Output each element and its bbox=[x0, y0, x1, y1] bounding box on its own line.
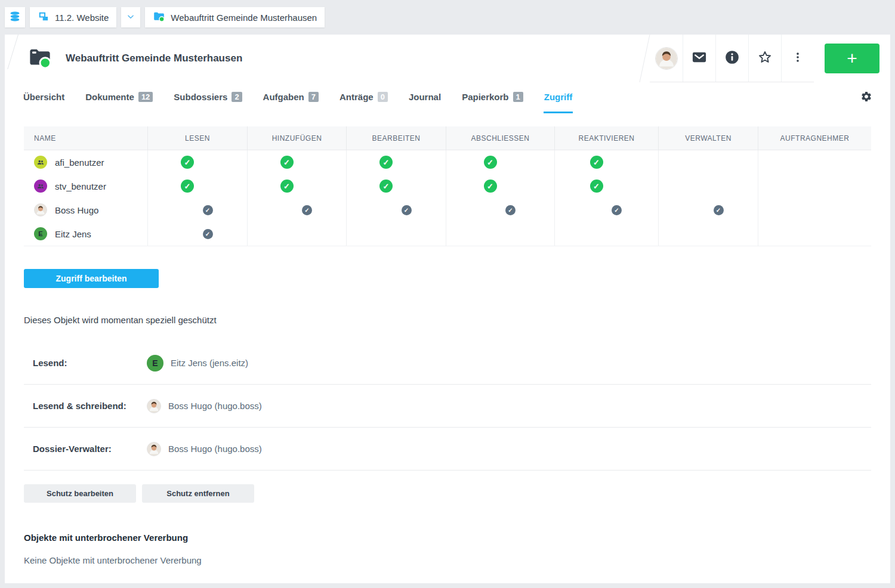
user-photo-avatar bbox=[34, 203, 47, 216]
table-row[interactable]: stv_benutzer✓✓✓✓✓ bbox=[24, 174, 871, 198]
permission-cell: ✓ bbox=[147, 198, 247, 222]
protection-row: Lesend & schreibend:Boss Hugo (hugo.boss… bbox=[24, 385, 871, 428]
member-name: afi_benutzer bbox=[55, 157, 104, 168]
column-header: HINZUFÜGEN bbox=[247, 126, 346, 150]
permission-cell bbox=[758, 222, 871, 246]
dossier-card: Webauftritt Gemeinde Musterhausen bbox=[5, 35, 890, 583]
group-avatar bbox=[34, 180, 47, 193]
protection-row: Dossier-Verwalter:Boss Hugo (hugo.boss) bbox=[24, 428, 871, 471]
permission-cell bbox=[758, 150, 871, 174]
add-button[interactable]: + bbox=[825, 44, 879, 73]
tab-zugriff[interactable]: Zugriff bbox=[544, 82, 573, 113]
user-avatar-button[interactable] bbox=[650, 35, 683, 82]
dossier-folder-icon bbox=[27, 45, 53, 72]
member-name-cell: EEitz Jens bbox=[24, 222, 147, 246]
user-avatar bbox=[655, 47, 678, 70]
tab-count-badge: 7 bbox=[308, 92, 319, 102]
column-header: NAME bbox=[24, 126, 147, 150]
tab-count-badge: 0 bbox=[378, 92, 388, 102]
protection-row-value: EEitz Jens (jens.eitz) bbox=[147, 355, 248, 372]
tab-subdossiers[interactable]: Subdossiers2 bbox=[173, 82, 242, 113]
edit-protection-button[interactable]: Schutz bearbeiten bbox=[24, 484, 136, 503]
protection-row-label: Lesend: bbox=[24, 358, 147, 368]
breadcrumb-home-chip[interactable] bbox=[5, 7, 25, 27]
tab-papierkorb[interactable]: Papierkorb1 bbox=[461, 82, 524, 113]
tab-antr-ge[interactable]: Anträge0 bbox=[339, 82, 388, 113]
tab-label: Papierkorb bbox=[462, 92, 508, 102]
broken-inheritance-heading: Objekte mit unterbrochener Vererbung bbox=[24, 533, 871, 543]
permission-cell: ✓ bbox=[346, 198, 446, 222]
member-name: Eitz Jens bbox=[55, 229, 91, 239]
edit-access-button[interactable]: Zugriff bearbeiten bbox=[24, 269, 159, 288]
permission-cell: ✓ bbox=[446, 174, 554, 198]
favorite-button[interactable] bbox=[748, 35, 781, 82]
star-icon bbox=[757, 49, 773, 67]
breadcrumb: 11.2. Website Webauftritt Gemeinde Muste… bbox=[0, 0, 895, 35]
inherited-check-icon: ✓ bbox=[203, 205, 213, 215]
inherited-check-icon: ✓ bbox=[714, 205, 724, 215]
member-name-cell: stv_benutzer bbox=[24, 174, 147, 198]
settings-button[interactable] bbox=[860, 82, 872, 113]
protection-row-label: Dossier-Verwalter: bbox=[24, 444, 147, 454]
member-name-cell: Boss Hugo bbox=[24, 198, 147, 222]
permission-cell: ✓ bbox=[346, 174, 446, 198]
protection-status-text: Dieses Objekt wird momentan speziell ges… bbox=[24, 315, 871, 325]
tab-label: Übersicht bbox=[23, 92, 64, 102]
permissions-table-body: afi_benutzer✓✓✓✓✓stv_benutzer✓✓✓✓✓Boss H… bbox=[24, 150, 871, 246]
protection-list: Lesend:EEitz Jens (jens.eitz)Lesend & sc… bbox=[24, 342, 871, 471]
permission-cell: ✓ bbox=[554, 174, 658, 198]
permission-cell: ✓ bbox=[554, 198, 658, 222]
granted-check-icon: ✓ bbox=[379, 180, 393, 193]
permission-cell: ✓ bbox=[247, 174, 346, 198]
permission-cell: ✓ bbox=[247, 198, 346, 222]
protection-row: Lesend:EEitz Jens (jens.eitz) bbox=[24, 342, 871, 385]
tab-aufgaben[interactable]: Aufgaben7 bbox=[263, 82, 319, 113]
tab--bersicht[interactable]: Übersicht bbox=[23, 82, 65, 113]
protection-row-label: Lesend & schreibend: bbox=[24, 401, 147, 411]
inherited-check-icon: ✓ bbox=[302, 205, 312, 215]
tab-label: Zugriff bbox=[544, 92, 572, 102]
permissions-table-header: NAMELESENHINZUFÜGENBEARBEITENABSCHLIESSE… bbox=[24, 126, 871, 150]
card-header: Webauftritt Gemeinde Musterhausen bbox=[5, 35, 890, 82]
remove-protection-button[interactable]: Schutz entfernen bbox=[142, 484, 254, 503]
mail-button[interactable] bbox=[683, 35, 715, 82]
breadcrumb-parent-label: 11.2. Website bbox=[55, 13, 109, 23]
breadcrumb-expander-chip[interactable] bbox=[121, 7, 140, 27]
hierarchy-icon bbox=[38, 11, 50, 24]
table-row[interactable]: afi_benutzer✓✓✓✓✓ bbox=[24, 150, 871, 174]
tab-dokumente[interactable]: Dokumente12 bbox=[85, 82, 153, 113]
tab-label: Aufgaben bbox=[263, 92, 304, 102]
protection-user-name: Boss Hugo (hugo.boss) bbox=[168, 401, 262, 411]
mail-icon bbox=[691, 49, 708, 68]
table-row[interactable]: EEitz Jens✓ bbox=[24, 222, 871, 246]
user-photo-avatar bbox=[147, 399, 161, 413]
permission-cell bbox=[247, 222, 346, 246]
granted-check-icon: ✓ bbox=[379, 156, 393, 169]
tab-journal[interactable]: Journal bbox=[408, 82, 442, 113]
tab-label: Dokumente bbox=[85, 92, 134, 102]
breadcrumb-current-label: Webauftritt Gemeinde Musterhausen bbox=[171, 13, 317, 23]
breadcrumb-parent-chip[interactable]: 11.2. Website bbox=[30, 7, 116, 27]
table-row[interactable]: Boss Hugo✓✓✓✓✓✓ bbox=[24, 198, 871, 222]
column-header: ABSCHLIESSEN bbox=[446, 126, 554, 150]
more-actions-button[interactable] bbox=[781, 35, 814, 82]
granted-check-icon: ✓ bbox=[484, 156, 497, 169]
column-header: REAKTIVIEREN bbox=[554, 126, 658, 150]
info-button[interactable] bbox=[715, 35, 748, 82]
permission-cell: ✓ bbox=[446, 198, 554, 222]
breadcrumb-current-chip[interactable]: Webauftritt Gemeinde Musterhausen bbox=[145, 7, 325, 27]
permission-cell: ✓ bbox=[658, 198, 758, 222]
granted-check-icon: ✓ bbox=[590, 180, 603, 193]
permission-cell: ✓ bbox=[554, 150, 658, 174]
protection-row-value: Boss Hugo (hugo.boss) bbox=[147, 442, 262, 456]
member-name-cell: afi_benutzer bbox=[24, 150, 147, 174]
granted-check-icon: ✓ bbox=[590, 156, 603, 169]
permission-cell bbox=[658, 222, 758, 246]
permission-cell: ✓ bbox=[147, 222, 247, 246]
permission-cell bbox=[758, 198, 871, 222]
tab-label: Journal bbox=[409, 92, 441, 102]
tab-label: Anträge bbox=[340, 92, 374, 102]
protection-row-value: Boss Hugo (hugo.boss) bbox=[147, 399, 262, 413]
column-header: BEARBEITEN bbox=[346, 126, 446, 150]
tab-count-badge: 2 bbox=[232, 92, 242, 102]
